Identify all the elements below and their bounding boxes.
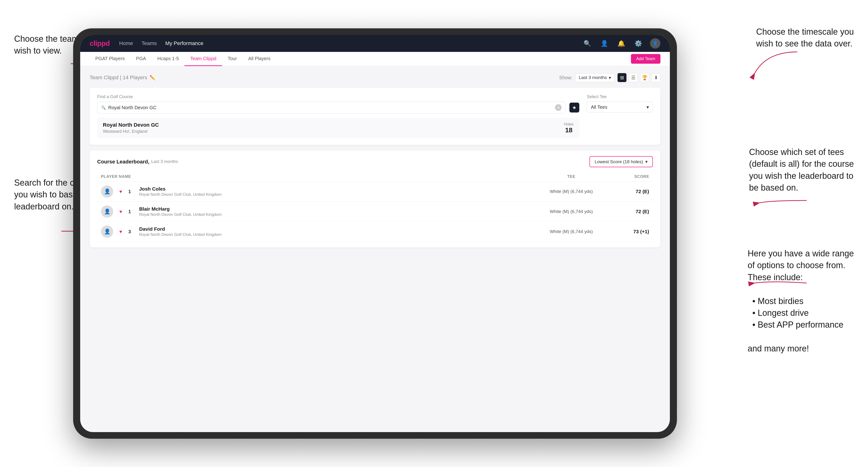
player-rank-3: 3 (128, 229, 137, 235)
subnav-pga[interactable]: PGA (130, 52, 152, 66)
player-tee-1: White (M) (6,744 yds) (531, 189, 611, 194)
annotation-br-intro: Here you have a wide range (748, 249, 854, 258)
leaderboard-subtitle: Last 3 months (151, 159, 178, 164)
holes-number: 18 (564, 126, 574, 134)
show-filter-area: Show: Last 3 months ▾ ⊞ ☰ 🏆 ⬇ (559, 73, 660, 82)
player-heart-3: ♥ (119, 229, 122, 235)
player-tee-3: White (M) (6,744 yds) (531, 229, 611, 234)
search-card: Find a Golf Course 🔍 ✕ ★ (90, 88, 660, 145)
settings-icon[interactable]: ⚙️ (633, 38, 644, 49)
player-club-1: Royal North Devon Golf Club, United King… (139, 192, 531, 197)
subnav-all-players[interactable]: All Players (243, 52, 276, 66)
col-header-score: SCORE (611, 174, 649, 179)
player-name-3: David Ford (139, 226, 531, 232)
score-chevron-icon: ▾ (645, 159, 648, 164)
sub-nav-items: PGAT Players PGA Hcaps 1-5 Team Clippd T… (90, 52, 631, 66)
grid-view-icon[interactable]: ⊞ (618, 73, 626, 82)
clear-search-button[interactable]: ✕ (555, 104, 562, 111)
subnav-tour[interactable]: Tour (222, 52, 243, 66)
player-avatar-2: 👤 (101, 206, 113, 218)
annotation-ml-line3: leaderboard on. (14, 201, 73, 211)
tee-section: Select Tee All Tees ▾ (587, 94, 653, 113)
player-row: 👤 ♥ 3 David Ford Royal North Devon Golf … (97, 222, 653, 242)
nav-link-home[interactable]: Home (119, 40, 133, 46)
col-header-tee: TEE (531, 174, 611, 179)
tee-chevron-icon: ▾ (647, 104, 649, 110)
annotation-bottom-right: Here you have a wide range of options to… (748, 248, 854, 355)
find-course-label: Find a Golf Course (97, 94, 579, 99)
subnav-team-clippd[interactable]: Team Clippd (184, 52, 222, 66)
show-label-text: Show: (559, 75, 572, 81)
trophy-icon[interactable]: 🏆 (640, 73, 649, 82)
leaderboard-title: Course Leaderboard, (97, 159, 149, 165)
leaderboard-card: Course Leaderboard, Last 3 months Lowest… (90, 151, 660, 247)
user-avatar[interactable]: 👤 (650, 38, 660, 49)
annotation-br-b2: Longest drive (757, 308, 809, 318)
player-info-2: Blair McHarg Royal North Devon Golf Club… (139, 206, 531, 217)
nav-link-teams[interactable]: Teams (142, 40, 157, 46)
annotation-tr-line1: Choose the timescale you (756, 27, 854, 36)
course-search-input[interactable] (108, 105, 553, 111)
course-result-info: Royal North Devon GC Westward Ho!, Engla… (103, 122, 159, 134)
add-team-button[interactable]: Add Team (631, 54, 660, 64)
player-tee-2: White (M) (6,744 yds) (531, 209, 611, 214)
time-period-value: Last 3 months (579, 75, 607, 80)
player-row: 👤 ♥ 1 Josh Coles Royal North Devon Golf … (97, 182, 653, 201)
nav-links: Home Teams My Performance (119, 40, 203, 46)
tee-value: All Tees (591, 104, 607, 110)
select-tee-label: Select Tee (587, 94, 653, 99)
team-title: Team Clippd | 14 Players (90, 74, 147, 81)
nav-icons: 🔍 👤 🔔 ⚙️ 👤 (582, 38, 660, 49)
leaderboard-columns: PLAYER NAME TEE SCORE (97, 172, 653, 182)
annotation-br-b1: Most birdies (757, 296, 803, 306)
chevron-down-icon: ▾ (609, 75, 611, 81)
favourite-button[interactable]: ★ (569, 102, 579, 113)
bell-icon[interactable]: 🔔 (616, 38, 626, 49)
score-type-dropdown[interactable]: Lowest Score (18 holes) ▾ (589, 156, 653, 167)
player-club-3: Royal North Devon Golf Club, United King… (139, 232, 531, 237)
search-icon[interactable]: 🔍 (582, 38, 592, 49)
score-dropdown-value: Lowest Score (18 holes) (595, 159, 643, 164)
course-result: Royal North Devon GC Westward Ho!, Engla… (97, 118, 579, 138)
tee-dropdown[interactable]: All Tees ▾ (587, 102, 653, 113)
people-icon[interactable]: 👤 (599, 38, 610, 49)
player-score-2: 72 (E) (611, 209, 649, 214)
annotation-mr-line3: you wish the leaderboard to (749, 171, 854, 181)
edit-team-icon[interactable]: ✏️ (150, 75, 155, 81)
arrow-top-right (712, 42, 854, 90)
annotation-mr-line1: Choose which set of tees (749, 147, 844, 157)
leaderboard-header: Course Leaderboard, Last 3 months Lowest… (97, 156, 653, 167)
col-header-player: PLAYER NAME (101, 174, 531, 179)
player-score-1: 72 (E) (611, 189, 649, 194)
tablet-frame: clippd Home Teams My Performance 🔍 👤 🔔 ⚙… (73, 28, 677, 439)
team-player-count: 14 Players (123, 74, 147, 81)
team-header: Team Clippd | 14 Players ✏️ Show: Last 3… (90, 73, 660, 82)
player-score-3: 73 (+1) (611, 229, 649, 235)
nav-link-myperformance[interactable]: My Performance (165, 40, 203, 46)
player-name-1: Josh Coles (139, 186, 531, 192)
search-input-wrap: 🔍 ✕ (97, 102, 566, 114)
holes-badge: Holes 18 (564, 122, 574, 134)
annotation-tl-line2: wish to view. (14, 46, 62, 55)
player-info-3: David Ford Royal North Devon Golf Club, … (139, 226, 531, 237)
tablet-screen: clippd Home Teams My Performance 🔍 👤 🔔 ⚙… (80, 35, 670, 432)
download-icon[interactable]: ⬇ (651, 73, 660, 82)
player-rank-2: 1 (128, 209, 137, 214)
player-avatar-1: 👤 (101, 185, 113, 198)
player-rank-1: 1 (128, 189, 137, 194)
list-view-icon[interactable]: ☰ (629, 73, 638, 82)
course-result-location: Westward Ho!, England (103, 129, 159, 134)
course-result-name: Royal North Devon GC (103, 122, 159, 128)
subnav-hcaps[interactable]: Hcaps 1-5 (152, 52, 184, 66)
player-name-2: Blair McHarg (139, 206, 531, 212)
sub-nav: PGAT Players PGA Hcaps 1-5 Team Clippd T… (80, 52, 670, 66)
player-info-1: Josh Coles Royal North Devon Golf Club, … (139, 186, 531, 197)
time-period-dropdown[interactable]: Last 3 months ▾ (575, 73, 615, 82)
nav-bar: clippd Home Teams My Performance 🔍 👤 🔔 ⚙… (80, 35, 670, 52)
search-row: 🔍 ✕ ★ (97, 102, 579, 114)
subnav-pgat[interactable]: PGAT Players (90, 52, 130, 66)
player-club-2: Royal North Devon Golf Club, United King… (139, 212, 531, 217)
arrow-middle-right (712, 186, 854, 215)
view-toggle-icons: ⊞ ☰ 🏆 ⬇ (618, 73, 660, 82)
player-avatar-3: 👤 (101, 225, 113, 238)
